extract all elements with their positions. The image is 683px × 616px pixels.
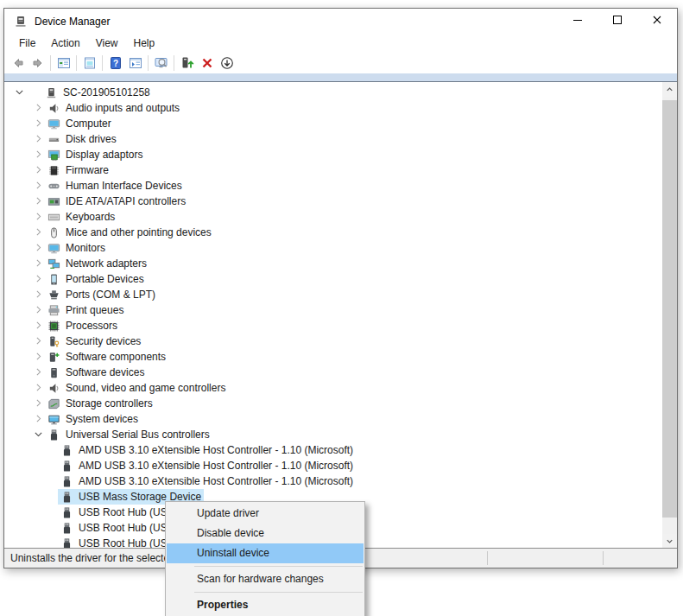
statusbar-text: Uninstalls the driver for the selecte [10, 552, 169, 564]
menu-view[interactable]: View [88, 35, 126, 52]
tree-row[interactable]: Ports (COM & LPT) [4, 287, 662, 302]
chevron-collapsed-icon[interactable] [33, 149, 44, 160]
update-driver-icon [180, 56, 194, 70]
chevron-collapsed-icon[interactable] [33, 397, 44, 409]
tree-row[interactable]: Security devices [4, 333, 662, 349]
chevron-collapsed-icon[interactable] [33, 366, 44, 378]
update-driver-button[interactable] [177, 54, 197, 73]
show-hide-panel-button[interactable] [125, 54, 145, 73]
tree-row[interactable]: Print queues [4, 302, 662, 318]
tree-row[interactable]: Firmware [4, 162, 662, 178]
tree-row[interactable]: Storage controllers [4, 396, 662, 411]
tree-row[interactable]: System devices [4, 411, 662, 427]
chevron-down-icon [665, 537, 674, 546]
tree-row[interactable]: Audio inputs and outputs [4, 100, 662, 116]
back-button[interactable] [8, 54, 28, 73]
statusbar-divider [487, 551, 488, 565]
usb-icon [60, 475, 73, 488]
close-button[interactable] [637, 9, 677, 34]
show-console-tree-button[interactable] [54, 54, 73, 73]
tree-row[interactable]: SC-201905101258 [4, 85, 662, 100]
chevron-collapsed-icon[interactable] [33, 133, 44, 144]
usb-icon [60, 460, 73, 473]
tree-item-label: Firmware [66, 164, 109, 176]
chevron-collapsed-icon[interactable] [33, 257, 44, 269]
toolbar-separator [50, 55, 51, 71]
chevron-collapsed-icon[interactable] [33, 242, 44, 253]
tree-row[interactable]: Universal Serial Bus controllers [4, 427, 662, 442]
chevron-collapsed-icon[interactable] [33, 304, 44, 315]
usb-icon [60, 537, 73, 549]
menu-action[interactable]: Action [43, 35, 87, 52]
minimize-button[interactable] [558, 9, 598, 34]
tree-row[interactable]: Mice and other pointing devices [4, 225, 662, 240]
menu-help[interactable]: Help [126, 35, 163, 52]
tree-row[interactable]: Display adaptors [4, 147, 662, 162]
context-menu-item-scan-for-hardware-changes[interactable]: Scan for hardware changes [167, 569, 364, 589]
tree-row[interactable]: Software devices [4, 365, 662, 380]
maximize-button[interactable] [598, 9, 637, 34]
tree-item-label: Print queues [66, 304, 123, 316]
tree-row[interactable]: Processors [4, 318, 662, 333]
toolbar: ? [4, 53, 677, 73]
tree-row[interactable]: Portable Devices [4, 271, 662, 287]
chevron-collapsed-icon[interactable] [33, 226, 44, 238]
tree-row[interactable]: Keyboards [4, 209, 662, 225]
chevron-collapsed-icon[interactable] [33, 273, 44, 284]
tree-row[interactable]: Software components [4, 349, 662, 365]
storage-controller-icon [47, 397, 60, 410]
context-menu-item-disable-device[interactable]: Disable device [167, 524, 364, 543]
chevron-collapsed-icon[interactable] [33, 320, 44, 331]
menu-file[interactable]: File [11, 35, 43, 52]
tree-row[interactable]: AMD USB 3.10 eXtensible Host Controller … [4, 458, 662, 473]
chevron-collapsed-icon[interactable] [33, 180, 44, 191]
tree-item-label: SC-201905101258 [63, 86, 150, 98]
uninstall-device-button[interactable] [197, 54, 217, 73]
context-menu-item-update-driver[interactable]: Update driver [167, 504, 364, 524]
speaker-icon [47, 102, 60, 115]
disable-device-button[interactable] [217, 54, 237, 73]
scan-hardware-button[interactable] [151, 54, 171, 73]
tree-row[interactable]: Disk drives [4, 131, 662, 147]
chevron-expanded-icon[interactable] [33, 429, 44, 440]
chevron-collapsed-icon[interactable] [33, 195, 44, 206]
chevron-expanded-icon[interactable] [14, 86, 25, 98]
chevron-collapsed-icon[interactable] [33, 289, 44, 300]
chevron-collapsed-icon[interactable] [33, 335, 44, 346]
tree-row[interactable]: Monitors [4, 240, 662, 256]
tree-row[interactable]: AMD USB 3.10 eXtensible Host Controller … [4, 473, 662, 489]
chevron-collapsed-icon[interactable] [33, 413, 44, 424]
processor-icon [47, 320, 60, 333]
properties-button[interactable] [79, 54, 99, 73]
tree-item-label: USB Root Hub (USB [79, 522, 174, 534]
chevron-collapsed-icon[interactable] [33, 102, 44, 113]
tree-item-label: Keyboards [66, 211, 115, 223]
context-menu-item-properties[interactable]: Properties [167, 595, 364, 615]
forward-button[interactable] [28, 54, 47, 73]
context-menu-item-uninstall-device[interactable]: Uninstall device [167, 543, 364, 563]
chevron-collapsed-icon[interactable] [33, 382, 44, 393]
vertical-scrollbar[interactable] [662, 82, 677, 549]
chevron-collapsed-icon[interactable] [33, 164, 44, 175]
tree-row[interactable]: Computer [4, 116, 662, 131]
minimize-icon [571, 13, 585, 30]
tree-row[interactable]: Sound, video and game controllers [4, 380, 662, 396]
device-manager-icon [14, 15, 28, 29]
scrollbar-thumb[interactable] [662, 100, 677, 518]
tree-row[interactable]: Network adapters [4, 256, 662, 271]
context-menu-separator [194, 592, 363, 593]
chevron-collapsed-icon[interactable] [33, 351, 44, 362]
tree-row[interactable]: Human Interface Devices [4, 178, 662, 194]
chevron-up-icon [665, 85, 674, 94]
help-button[interactable]: ? [105, 54, 125, 73]
scrollbar-up-button[interactable] [662, 82, 677, 97]
port-icon [47, 289, 60, 302]
tree-row[interactable]: AMD USB 3.10 eXtensible Host Controller … [4, 442, 662, 458]
tree-row[interactable]: IDE ATA/ATAPI controllers [4, 194, 662, 209]
chevron-collapsed-icon[interactable] [33, 211, 44, 222]
back-icon [11, 56, 25, 70]
scrollbar-down-button[interactable] [662, 534, 677, 549]
chevron-collapsed-icon[interactable] [33, 117, 44, 129]
window-controls [558, 9, 677, 34]
computer-icon [45, 86, 58, 99]
